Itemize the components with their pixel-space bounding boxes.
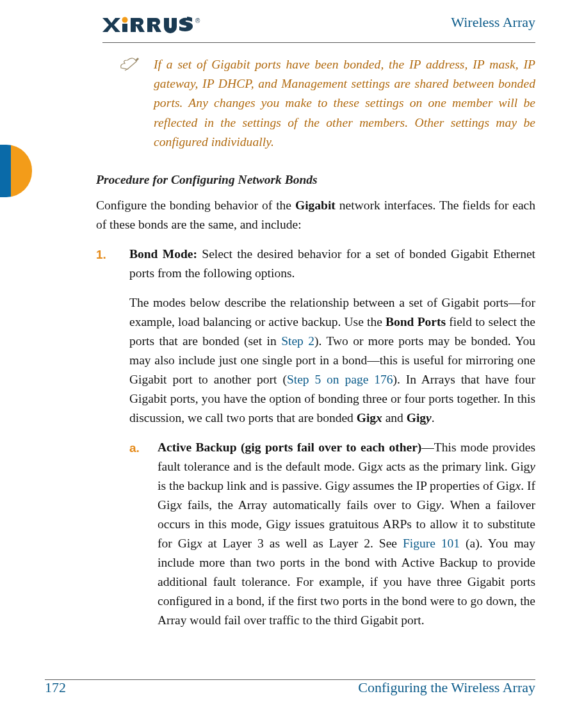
list-body: Bond Mode: Select the desired behavior f… (129, 245, 535, 630)
sub-list-item: a. Active Backup (gig ports fail over to… (129, 438, 535, 630)
text-bold: Gig (407, 411, 426, 425)
xirrus-logo-icon: ® (102, 17, 200, 36)
text-italic: x (516, 479, 521, 492)
text-italic: y (426, 411, 432, 425)
svg-text:®: ® (195, 17, 200, 24)
text: (a). You may include more than two ports… (158, 537, 535, 627)
note-text: If a set of Gigabit ports have been bond… (154, 55, 535, 152)
text-italic: y (435, 498, 441, 512)
text: acts as the primary link. Gig (382, 460, 530, 473)
svg-rect-2 (122, 24, 127, 32)
page-footer: 172 Configuring the Wireless Array (0, 674, 577, 700)
text: at Layer 3 as well as Layer 2. See (202, 537, 403, 550)
link-step-5[interactable]: Step 5 on page 176 (287, 373, 393, 386)
text: . (432, 411, 435, 425)
list-item: 1. Bond Mode: Select the desired behavio… (96, 245, 535, 630)
svg-line-4 (125, 69, 127, 70)
text-bold: Gigabit (295, 198, 336, 212)
svg-point-1 (122, 17, 128, 23)
footer-title: Configuring the Wireless Array (358, 679, 535, 696)
text: and (382, 411, 407, 425)
intro-paragraph: Configure the bonding behavior of the Gi… (96, 196, 535, 234)
text: fails, the Array automatically fails ove… (182, 498, 435, 512)
text-italic: y (344, 479, 350, 492)
text-bold: Bond Ports (386, 315, 446, 328)
text-italic: x (197, 537, 202, 550)
paragraph: Bond Mode: Select the desired behavior f… (129, 245, 535, 283)
link-figure-101[interactable]: Figure 101 (403, 537, 460, 550)
link-step-2[interactable]: Step 2 (281, 334, 314, 348)
note-block: If a set of Gigabit ports have been bond… (118, 55, 535, 152)
text-bold: Active Backup (gig ports fail over to ea… (158, 441, 421, 454)
sub-list-body: Active Backup (gig ports fail over to ea… (158, 438, 535, 630)
text: Configure the bonding behavior of the (96, 198, 295, 212)
text-italic: x (376, 411, 382, 425)
text-italic: x (176, 498, 182, 512)
text-bold: Bond Mode: (129, 247, 197, 261)
sub-list-marker: a. (129, 438, 158, 630)
procedure-heading: Procedure for Configuring Network Bonds (96, 170, 535, 190)
pencil-note-icon (118, 55, 154, 76)
content-area: Procedure for Configuring Network Bonds … (96, 170, 535, 630)
page: ® Wireless Array If a set of Gigabit por… (0, 0, 577, 728)
text: assumes the IP properties of Gig (350, 479, 516, 492)
sub-list: a. Active Backup (gig ports fail over to… (129, 438, 535, 630)
page-header: ® Wireless Array (0, 14, 577, 42)
numbered-list: 1. Bond Mode: Select the desired behavio… (96, 245, 535, 630)
page-number: 172 (45, 679, 66, 696)
header-rule (102, 42, 535, 43)
list-marker: 1. (96, 245, 129, 630)
doc-title: Wireless Array (451, 14, 535, 31)
text: is the backup link and is passive. Gig (158, 479, 344, 492)
side-tab-icon (0, 145, 32, 197)
svg-marker-0 (102, 18, 120, 32)
text-bold: Gig (357, 411, 376, 425)
text-italic: y (530, 460, 535, 473)
paragraph: The modes below describe the relationshi… (129, 293, 535, 428)
